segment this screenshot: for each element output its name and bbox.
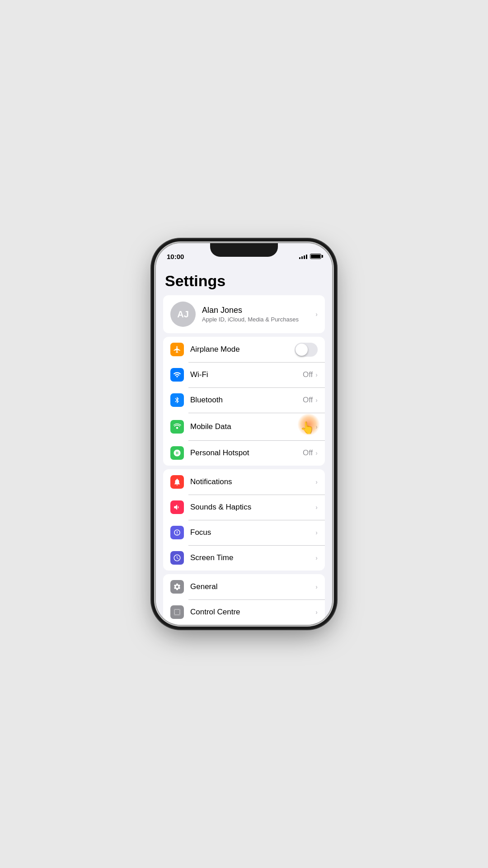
screen-time-icon <box>170 551 184 565</box>
mobile-data-icon <box>170 420 184 434</box>
notifications-label: Notifications <box>190 477 315 486</box>
profile-name: Alan Jones <box>202 306 315 315</box>
sounds-haptics-label: Sounds & Haptics <box>190 503 315 512</box>
profile-info: Alan Jones Apple ID, iCloud, Media & Pur… <box>202 306 315 323</box>
wifi-row[interactable]: Wi-Fi Off › <box>163 362 325 387</box>
notifications-chevron: › <box>315 478 318 486</box>
signal-icon <box>299 254 307 259</box>
personal-hotspot-chevron: › <box>315 449 318 457</box>
general-label: General <box>190 582 315 591</box>
profile-section: AJ Alan Jones Apple ID, iCloud, Media & … <box>163 295 325 333</box>
bluetooth-label: Bluetooth <box>190 396 303 405</box>
bluetooth-value: Off <box>303 396 313 405</box>
profile-subtitle: Apple ID, iCloud, Media & Purchases <box>202 316 315 323</box>
airplane-mode-label: Airplane Mode <box>190 345 295 354</box>
general-section: General › Control Centre › A <box>163 574 325 625</box>
control-centre-label: Control Centre <box>190 608 315 617</box>
profile-row[interactable]: AJ Alan Jones Apple ID, iCloud, Media & … <box>163 295 325 333</box>
mobile-data-row[interactable]: Mobile Data 👆 › <box>163 413 325 440</box>
mobile-data-label: Mobile Data <box>190 422 300 431</box>
notch <box>210 243 278 257</box>
personal-hotspot-label: Personal Hotspot <box>190 448 303 458</box>
sounds-haptics-row[interactable]: Sounds & Haptics › <box>163 495 325 520</box>
wifi-label: Wi-Fi <box>190 370 303 379</box>
avatar: AJ <box>170 302 196 327</box>
settings-content[interactable]: Settings AJ Alan Jones Apple ID, iCloud,… <box>156 265 332 625</box>
connectivity-section: Airplane Mode Wi-Fi Off › <box>163 337 325 466</box>
control-centre-chevron: › <box>315 609 318 616</box>
personal-hotspot-value: Off <box>303 448 313 458</box>
airplane-mode-toggle[interactable] <box>295 343 318 357</box>
airplane-mode-row[interactable]: Airplane Mode <box>163 337 325 362</box>
wifi-icon <box>170 368 184 382</box>
focus-chevron: › <box>315 529 318 536</box>
status-icons <box>299 254 321 259</box>
battery-icon <box>310 254 321 259</box>
phone-frame: 10:00 Settings AJ <box>156 243 332 625</box>
sounds-haptics-icon <box>170 500 184 514</box>
control-centre-icon <box>170 605 184 619</box>
control-centre-row[interactable]: Control Centre › <box>163 599 325 625</box>
mobile-data-chevron: › <box>315 423 318 430</box>
notifications-section: Notifications › Sounds & Haptics › <box>163 469 325 571</box>
general-chevron: › <box>315 583 318 590</box>
screen-time-label: Screen Time <box>190 553 315 562</box>
focus-icon <box>170 526 184 539</box>
bluetooth-row[interactable]: Bluetooth Off › <box>163 387 325 413</box>
general-row[interactable]: General › <box>163 574 325 599</box>
profile-chevron: › <box>315 311 318 318</box>
notifications-icon <box>170 475 184 489</box>
wifi-chevron: › <box>315 371 318 378</box>
page-title: Settings <box>156 265 332 295</box>
bluetooth-chevron: › <box>315 396 318 404</box>
airplane-mode-icon <box>170 343 184 356</box>
personal-hotspot-icon <box>170 446 184 460</box>
sounds-haptics-chevron: › <box>315 504 318 511</box>
wifi-value: Off <box>303 370 313 379</box>
screen-time-row[interactable]: Screen Time › <box>163 545 325 571</box>
personal-hotspot-row[interactable]: Personal Hotspot Off › <box>163 440 325 466</box>
hand-cursor-icon: 👆 <box>300 421 314 435</box>
focus-row[interactable]: Focus › <box>163 520 325 545</box>
focus-label: Focus <box>190 528 315 537</box>
notifications-row[interactable]: Notifications › <box>163 469 325 495</box>
general-icon <box>170 580 184 594</box>
status-time: 10:00 <box>167 253 184 260</box>
screen-time-chevron: › <box>315 554 318 561</box>
screen: 10:00 Settings AJ <box>156 243 332 625</box>
bluetooth-icon <box>170 393 184 407</box>
